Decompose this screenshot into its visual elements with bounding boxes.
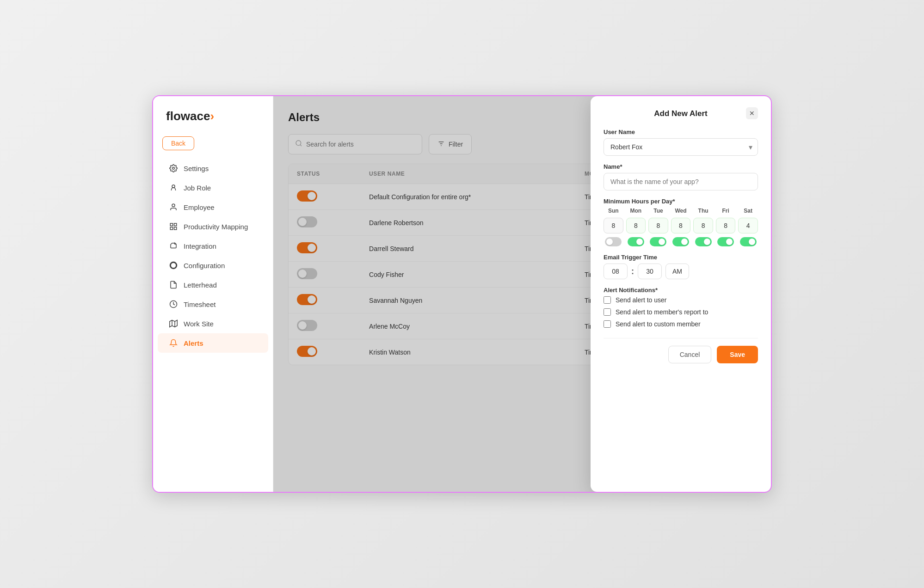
sidebar-item-productivity-mapping[interactable]: Productivity Mapping <box>158 217 268 236</box>
sidebar-item-work-site[interactable]: Work Site <box>158 314 268 333</box>
modal-title: Add New Alert <box>654 109 708 118</box>
sidebar-item-integration[interactable]: Integration <box>158 236 268 256</box>
user-name-group: User Name Robert Fox <box>604 129 758 156</box>
sidebar-item-label-employee: Employee <box>184 203 215 211</box>
notification-checkbox-1[interactable] <box>604 308 611 316</box>
sidebar-item-alerts[interactable]: Alerts <box>158 333 268 353</box>
notification-label-2: Send alert to custom member <box>616 320 701 328</box>
logo-area: flowace› <box>153 109 273 136</box>
name-group: Name* <box>604 163 758 190</box>
time-separator: : <box>631 267 634 276</box>
svg-rect-3 <box>170 223 172 226</box>
day-toggle-cell-1 <box>626 237 646 246</box>
day-input-fri[interactable] <box>716 218 736 233</box>
grid-icon <box>169 222 178 231</box>
sidebar-item-label-letterhead: Letterhead <box>184 281 217 289</box>
add-new-alert-modal: Add New Alert ✕ User Name Robert Fox Nam… <box>591 96 771 492</box>
day-toggle-fri[interactable] <box>717 237 734 246</box>
days-input-grid <box>604 218 758 233</box>
clock-icon <box>169 300 178 309</box>
sidebar-item-letterhead[interactable]: Letterhead <box>158 275 268 294</box>
settings-icon <box>169 164 178 173</box>
person-icon <box>169 202 178 212</box>
user-name-select-wrapper: Robert Fox <box>604 138 758 156</box>
notifications-group: Alert Notifications* Send alert to userS… <box>604 287 758 328</box>
day-input-thu[interactable] <box>693 218 713 233</box>
logo-bold: ace <box>190 109 210 123</box>
day-toggle-cell-4 <box>693 237 713 246</box>
time-minute-input[interactable]: 30 <box>638 263 662 279</box>
sidebar-item-label-timesheet: Timesheet <box>184 300 216 308</box>
svg-point-0 <box>172 167 175 170</box>
day-toggle-sat[interactable] <box>740 237 757 246</box>
day-label-mon: Mon <box>626 208 646 214</box>
sidebar-nav: Settings Job Role Employee <box>153 159 273 353</box>
day-toggle-thu[interactable] <box>695 237 712 246</box>
gear-icon <box>169 261 178 270</box>
logo-text: flow <box>166 109 190 123</box>
days-toggle-row <box>604 237 758 246</box>
sidebar-item-label-alerts: Alerts <box>184 339 203 347</box>
sidebar-item-employee[interactable]: Employee <box>158 197 268 217</box>
email-trigger-label: Email Trigger Time <box>604 254 758 261</box>
day-label-tue: Tue <box>648 208 668 214</box>
day-label-wed: Wed <box>671 208 691 214</box>
notification-label-0: Send alert to user <box>616 296 667 304</box>
modal-close-button[interactable]: ✕ <box>746 107 758 119</box>
doc-icon <box>169 280 178 289</box>
day-label-fri: Fri <box>716 208 736 214</box>
notification-label-1: Send alert to member's report to <box>616 308 708 316</box>
day-toggle-cell-0 <box>604 237 623 246</box>
day-label-thu: Thu <box>693 208 713 214</box>
sidebar-item-job-role[interactable]: Job Role <box>158 178 268 197</box>
name-input[interactable] <box>604 173 758 190</box>
time-row: 08 : 30 AM <box>604 263 758 279</box>
user-circle-icon <box>169 183 178 192</box>
user-name-select[interactable]: Robert Fox <box>604 138 758 156</box>
save-button[interactable]: Save <box>717 346 758 363</box>
back-button[interactable]: Back <box>162 136 194 150</box>
svg-rect-5 <box>170 227 172 230</box>
day-toggle-wed[interactable] <box>672 237 689 246</box>
logo-arrow: › <box>210 109 214 123</box>
day-input-sat[interactable] <box>738 218 758 233</box>
sidebar-item-label-settings: Settings <box>184 165 209 172</box>
puzzle-icon <box>169 241 178 251</box>
day-toggle-cell-2 <box>648 237 668 246</box>
notification-checkbox-2[interactable] <box>604 320 611 328</box>
sidebar-item-settings[interactable]: Settings <box>158 159 268 178</box>
day-toggle-sun[interactable] <box>605 237 622 246</box>
notification-option-2: Send alert to custom member <box>604 320 758 328</box>
sidebar: flowace› Back Settings Job Role <box>153 96 273 492</box>
day-input-tue[interactable] <box>648 218 668 233</box>
notification-option-1: Send alert to member's report to <box>604 308 758 316</box>
sidebar-item-label-configuration: Configuration <box>184 262 225 270</box>
day-toggle-cell-6 <box>738 237 758 246</box>
svg-rect-6 <box>174 227 177 230</box>
sidebar-item-label-job-role: Job Role <box>184 184 211 192</box>
svg-rect-4 <box>174 223 177 226</box>
day-input-mon[interactable] <box>626 218 646 233</box>
day-label-sun: Sun <box>604 208 623 214</box>
sidebar-item-configuration[interactable]: Configuration <box>158 256 268 275</box>
main-content: Alerts Filter Upload Excel <box>273 96 771 492</box>
time-hour-input[interactable]: 08 <box>604 263 628 279</box>
sidebar-item-timesheet[interactable]: Timesheet <box>158 294 268 314</box>
day-label-sat: Sat <box>738 208 758 214</box>
day-toggle-mon[interactable] <box>628 237 644 246</box>
cancel-button[interactable]: Cancel <box>668 346 712 363</box>
email-trigger-group: Email Trigger Time 08 : 30 AM <box>604 254 758 279</box>
notifications-checkboxes: Send alert to userSend alert to member's… <box>604 296 758 328</box>
app-logo: flowace› <box>166 109 260 123</box>
day-toggle-tue[interactable] <box>650 237 666 246</box>
day-input-wed[interactable] <box>671 218 691 233</box>
ampm-button[interactable]: AM <box>665 263 689 279</box>
notifications-label: Alert Notifications* <box>604 287 758 294</box>
name-label: Name* <box>604 163 758 170</box>
sidebar-item-label-integration: Integration <box>184 242 216 250</box>
modal-header: Add New Alert ✕ <box>604 109 758 118</box>
svg-point-1 <box>172 185 175 188</box>
notification-checkbox-0[interactable] <box>604 296 611 304</box>
day-input-sun[interactable] <box>604 218 623 233</box>
bell-icon <box>169 338 178 348</box>
